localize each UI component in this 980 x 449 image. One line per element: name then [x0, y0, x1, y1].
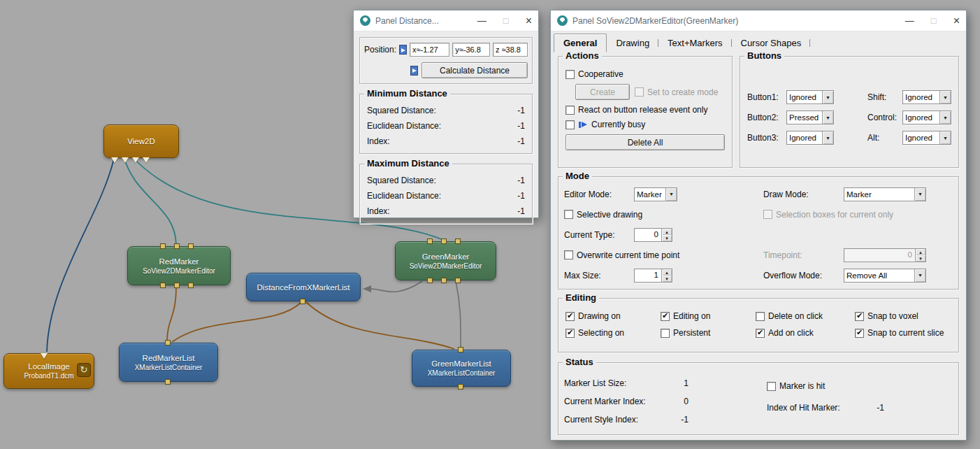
checkbox-selection-boxes[interactable]: Selection boxes for current only	[763, 210, 953, 220]
button3-dropdown[interactable]: Ignored ▼	[786, 131, 834, 145]
button2-dropdown[interactable]: Pressed ▼	[786, 111, 834, 124]
node-greenmarker[interactable]: GreenMarker SoView2DMarkerEditor	[395, 241, 496, 280]
node-redmarker[interactable]: RedMarker SoView2DMarkerEditor	[127, 246, 231, 285]
delete-all-button[interactable]: Delete All	[565, 134, 725, 150]
spin-down-icon[interactable]: ▼	[662, 276, 672, 282]
connector-square[interactable]	[441, 238, 447, 244]
connector-square[interactable]	[427, 278, 433, 283]
checkbox-react-on-release[interactable]: React on button release event only	[565, 105, 707, 115]
node-view2d[interactable]: View2D	[103, 124, 179, 158]
checkbox-marker-is-hit[interactable]: Marker is hit	[767, 381, 825, 391]
connector-square[interactable]	[165, 379, 171, 385]
stat-label: Marker List Size:	[564, 378, 626, 388]
checkbox-currently-busy[interactable]: Currently busy	[565, 120, 645, 129]
checkbox-selecting-on[interactable]: Selecting on	[565, 328, 661, 338]
maximize-icon[interactable]: □	[931, 16, 937, 25]
max-size-spinbox[interactable]: 1 ▲▼	[634, 269, 672, 283]
position-z-field[interactable]: z ≈38.8	[493, 43, 528, 57]
reload-icon[interactable]: ↻	[77, 363, 91, 377]
checkbox-delete-on-click[interactable]: Delete on click	[756, 311, 855, 321]
draw-mode-dropdown[interactable]: Marker ▼	[844, 187, 926, 201]
tab-text-markers[interactable]: Text+Markers	[658, 34, 731, 52]
connector-square[interactable]	[174, 283, 180, 288]
wire-redmarker-redmarkerlist[interactable]	[167, 287, 176, 342]
field-link-icon	[578, 120, 588, 129]
wire-view2d-redmarker[interactable]	[124, 159, 176, 245]
close-icon[interactable]: ×	[526, 15, 532, 27]
checkbox-overwrite-time-point[interactable]: Overwrite current time point	[564, 250, 763, 260]
wire-greenmarker-distance[interactable]	[371, 281, 422, 292]
checkbox-snap-to-current-slice[interactable]: Snap to current slice	[855, 328, 951, 338]
field-label: Button2:	[747, 113, 786, 122]
connector-square[interactable]	[174, 243, 180, 249]
current-type-spinbox[interactable]: 0 ▲▼	[634, 228, 672, 242]
tab-general[interactable]: General	[554, 34, 607, 52]
connector-square[interactable]	[441, 278, 447, 283]
checkbox-box	[661, 312, 670, 321]
wire-greenmarker-greenmarkerlist[interactable]	[456, 281, 461, 349]
checkbox-editing-on[interactable]: Editing on	[661, 311, 756, 321]
node-graph-canvas[interactable]: View2D LocalImage ProbandT1.dcm ↻ RedMar…	[0, 0, 980, 449]
spin-down-icon[interactable]: ▼	[916, 255, 925, 262]
wire-greenmarkerlist-distance[interactable]	[306, 302, 454, 349]
checkbox-drawing-on[interactable]: Drawing on	[565, 311, 661, 321]
checkbox-cooperative[interactable]: Cooperative	[565, 69, 624, 79]
timepoint-spinbox[interactable]: 0 ▲▼	[844, 248, 926, 262]
alt-dropdown[interactable]: Ignored ▼	[902, 131, 951, 145]
shift-dropdown[interactable]: Ignored ▼	[902, 90, 951, 104]
input-connector-triangle[interactable]	[143, 157, 150, 163]
connector-square[interactable]	[188, 283, 194, 288]
titlebar[interactable]: Panel Distance... — □ ×	[354, 10, 538, 31]
connector-square[interactable]	[160, 243, 166, 249]
output-connector-triangle[interactable]	[41, 353, 48, 359]
connector-square[interactable]	[300, 299, 305, 304]
connector-square[interactable]	[165, 340, 171, 345]
overflow-mode-dropdown[interactable]: Remove All ▼	[844, 269, 926, 283]
dropdown-value: Ignored	[903, 134, 939, 142]
close-icon[interactable]: ×	[953, 15, 960, 27]
tab-cursor-shapes[interactable]: Cursor Shapes	[732, 34, 811, 52]
checkbox-selective-drawing[interactable]: Selective drawing	[564, 210, 763, 220]
checkbox-label: Overwrite current time point	[577, 250, 679, 260]
editor-mode-dropdown[interactable]: Marker ▼	[634, 187, 677, 201]
node-redmarkerlist[interactable]: RedMarkerList XMarkerListContainer	[119, 343, 218, 382]
connector-square[interactable]	[458, 347, 463, 352]
position-x-field[interactable]: x≈-1.27	[410, 43, 449, 57]
spin-up-icon[interactable]: ▲	[916, 249, 925, 255]
checkbox-set-to-create-mode[interactable]: Set to create mode	[635, 87, 718, 97]
dropdown-value: Ignored	[903, 113, 939, 122]
field-label: Control:	[867, 113, 902, 122]
wire-redmarkerlist-distance[interactable]	[172, 302, 301, 342]
checkbox-add-on-click[interactable]: Add on click	[756, 328, 855, 338]
connector-square[interactable]	[427, 238, 433, 244]
connector-square[interactable]	[455, 238, 461, 244]
node-distancefromxmarkerlist[interactable]: DistanceFromXMarkerList	[246, 273, 361, 301]
calculate-distance-button[interactable]: Calculate Distance	[421, 62, 528, 78]
spin-down-icon[interactable]: ▼	[662, 235, 672, 241]
titlebar[interactable]: Panel SoView2DMarkerEditor(GreenMarker) …	[551, 10, 966, 31]
minimize-icon[interactable]: —	[477, 16, 487, 25]
create-button[interactable]: Create	[575, 84, 630, 100]
checkbox-box	[564, 210, 573, 219]
checkbox-snap-to-voxel[interactable]: Snap to voxel	[855, 311, 951, 321]
spin-up-icon[interactable]: ▲	[662, 269, 672, 276]
maximize-icon[interactable]: □	[503, 16, 509, 25]
connector-square[interactable]	[160, 283, 166, 288]
control-dropdown[interactable]: Ignored ▼	[902, 111, 951, 124]
connector-square[interactable]	[188, 243, 194, 249]
minimize-icon[interactable]: —	[905, 16, 914, 25]
spin-up-icon[interactable]: ▲	[662, 229, 672, 235]
button1-dropdown[interactable]: Ignored ▼	[786, 90, 834, 104]
connector-square[interactable]	[458, 384, 463, 390]
input-connector-triangle[interactable]	[132, 157, 139, 163]
position-y-field[interactable]: y≈-36.8	[452, 43, 490, 57]
tab-drawing[interactable]: Drawing	[607, 34, 658, 52]
connector-square[interactable]	[455, 278, 461, 283]
node-greenmarkerlist[interactable]: GreenMarkerList XMarkerListContainer	[412, 350, 511, 387]
distance-panel-window: Panel Distance... — □ × Position: x≈-1.2…	[353, 10, 539, 218]
input-connector-triangle[interactable]	[122, 157, 129, 163]
node-localimage[interactable]: LocalImage ProbandT1.dcm ↻	[3, 353, 94, 389]
input-connector-triangle[interactable]	[111, 157, 118, 163]
wire-view2d-localimage[interactable]	[47, 159, 114, 352]
checkbox-persistent[interactable]: Persistent	[661, 328, 756, 338]
